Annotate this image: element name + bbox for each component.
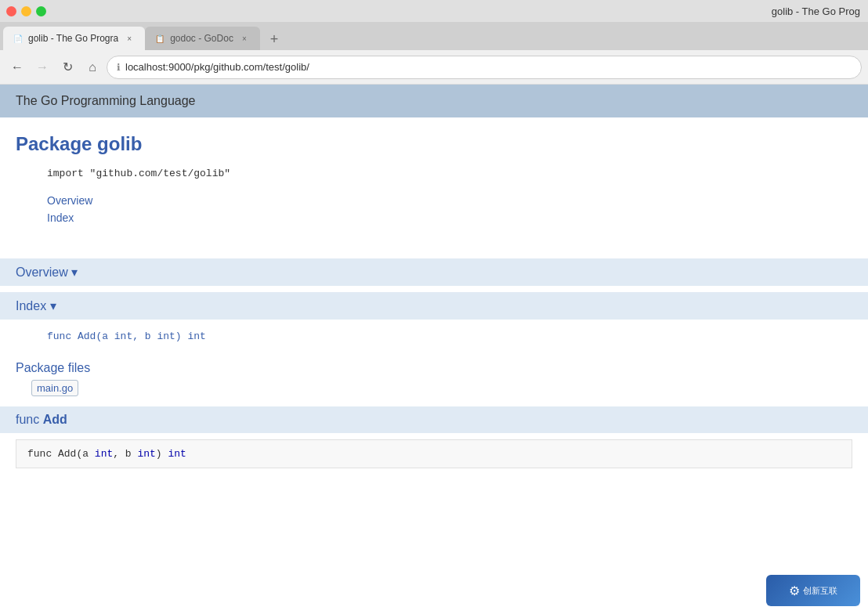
tabbar: 📄 golib - The Go Progra × 📋 godoc - GoDo…: [0, 22, 868, 50]
traffic-lights: [6, 6, 46, 16]
home-button[interactable]: ⌂: [81, 56, 103, 78]
forward-button[interactable]: →: [31, 56, 53, 78]
index-item-add[interactable]: func Add(a int, b int) int: [47, 330, 206, 342]
func-code-text: func Add(a: [27, 448, 95, 460]
func-code-block: func Add(a int, b int) int: [16, 439, 852, 468]
tab-godoc[interactable]: 📋 godoc - GoDoc ×: [145, 27, 260, 50]
index-link[interactable]: Index: [47, 209, 852, 226]
reload-button[interactable]: ↻: [56, 56, 78, 78]
navbar: ← → ↻ ⌂ ℹ localhost:9000/pkg/github.com/…: [0, 50, 868, 85]
func-type2: int: [137, 448, 155, 460]
breadcrumb: The Go Programming Language: [0, 85, 868, 117]
overview-section-header[interactable]: Overview ▾: [0, 258, 868, 286]
index-content: func Add(a int, b int) int: [0, 320, 868, 352]
page-content: Package golib import "github.com/test/go…: [0, 117, 868, 258]
tab-close-1[interactable]: ×: [123, 32, 136, 45]
address-bar[interactable]: ℹ localhost:9000/pkg/github.com/test/gol…: [107, 56, 862, 79]
nav-links: Overview Index: [47, 192, 852, 227]
package-title: Package golib: [16, 133, 852, 155]
back-button[interactable]: ←: [6, 56, 28, 78]
index-section-header[interactable]: Index ▾: [0, 292, 868, 320]
func-keyword: func: [16, 413, 39, 426]
new-tab-button[interactable]: +: [263, 28, 285, 50]
address-security-icon: ℹ: [117, 62, 121, 73]
tab-label-1: golib - The Go Progra: [28, 33, 118, 44]
tab-favicon-2: 📋: [154, 33, 165, 44]
tab-favicon-1: 📄: [13, 33, 24, 44]
titlebar: golib - The Go Prog: [0, 0, 868, 22]
func-name: Add: [43, 413, 67, 426]
file-link-container: main.go: [31, 381, 868, 394]
tab-close-2[interactable]: ×: [238, 32, 251, 45]
tab-label-2: godoc - GoDoc: [170, 33, 233, 44]
func-type1: int: [95, 448, 113, 460]
minimize-button[interactable]: [21, 6, 31, 16]
window-title: golib - The Go Prog: [772, 0, 860, 22]
tab-golib[interactable]: 📄 golib - The Go Progra ×: [3, 27, 145, 50]
import-line: import "github.com/test/golib": [47, 168, 852, 179]
func-type3: int: [168, 448, 186, 460]
package-files-title: Package files: [0, 352, 868, 381]
func-add-header[interactable]: func Add: [0, 406, 868, 433]
file-link-main-go[interactable]: main.go: [31, 380, 78, 396]
close-button[interactable]: [6, 6, 16, 16]
address-text: localhost:9000/pkg/github.com/test/golib…: [125, 61, 309, 73]
maximize-button[interactable]: [36, 6, 46, 16]
overview-link[interactable]: Overview: [47, 192, 852, 209]
